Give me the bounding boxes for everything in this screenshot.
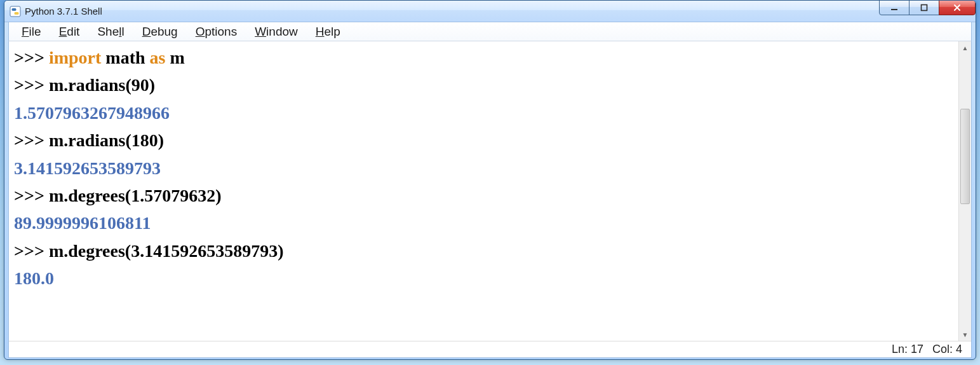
shell-output-value: 1.5707963267948966: [14, 103, 170, 123]
shell-output-value: 180.0: [14, 268, 54, 288]
shell-prompt: >>>: [14, 186, 49, 205]
shell-input-line: >>> m.radians(90): [14, 71, 953, 99]
shell-prompt: >>>: [14, 48, 49, 67]
shell-token: math: [101, 48, 149, 67]
app-window: Python 3.7.1 Shell File Edit Shell Debug…: [4, 0, 976, 360]
statusbar: Ln: 17 Col: 4: [9, 341, 971, 357]
client-area: >>> import math as m>>> m.radians(90)1.5…: [8, 41, 972, 358]
vertical-scrollbar[interactable]: ▲ ▼: [958, 41, 971, 341]
shell-token: m.degrees(3.141592653589793): [49, 241, 284, 261]
shell-editor[interactable]: >>> import math as m>>> m.radians(90)1.5…: [9, 41, 958, 341]
scroll-down-arrow-icon[interactable]: ▼: [959, 328, 971, 341]
menu-edit[interactable]: Edit: [50, 24, 89, 40]
shell-input-line: >>> import math as m: [14, 44, 953, 71]
menu-window[interactable]: Window: [246, 24, 307, 40]
editor-wrap: >>> import math as m>>> m.radians(90)1.5…: [9, 41, 971, 341]
shell-token: import: [49, 48, 101, 67]
menu-file[interactable]: File: [13, 24, 50, 40]
menu-options[interactable]: Options: [187, 24, 246, 40]
shell-token: m.radians(180): [49, 130, 164, 150]
shell-token: m: [165, 48, 184, 67]
svg-rect-1: [891, 9, 897, 10]
menu-shell[interactable]: Shell: [88, 24, 133, 40]
shell-input-line: >>> m.degrees(3.141592653589793): [14, 237, 953, 265]
shell-output-line: 89.9999996106811: [14, 209, 953, 237]
shell-token: as: [150, 48, 166, 67]
svg-rect-0: [10, 6, 20, 17]
shell-output-value: 89.9999996106811: [14, 213, 151, 233]
shell-token: m.radians(90): [49, 75, 155, 95]
menu-debug[interactable]: Debug: [133, 24, 187, 40]
shell-output-line: 180.0: [14, 265, 953, 292]
menu-help[interactable]: Help: [307, 24, 349, 40]
shell-prompt: >>>: [14, 241, 49, 261]
shell-output-value: 3.141592653589793: [14, 158, 161, 178]
window-title: Python 3.7.1 Shell: [25, 6, 880, 17]
window-controls: [880, 1, 976, 22]
shell-prompt: >>>: [14, 75, 49, 95]
minimize-button[interactable]: [879, 0, 910, 15]
shell-output-line: 1.5707963267948966: [14, 99, 953, 127]
maximize-button[interactable]: [909, 0, 939, 15]
shell-output-line: 3.141592653589793: [14, 155, 953, 182]
svg-rect-2: [922, 5, 927, 11]
shell-input-line: >>> m.degrees(1.57079632): [14, 182, 953, 209]
menubar: File Edit Shell Debug Options Window Hel…: [8, 22, 972, 41]
shell-token: m.degrees(1.57079632): [49, 186, 222, 205]
python-idle-icon: [10, 6, 21, 17]
shell-input-line: >>> m.radians(180): [14, 127, 953, 154]
scroll-track[interactable]: [959, 54, 971, 328]
scroll-thumb[interactable]: [960, 109, 970, 204]
status-col: Col: 4: [932, 343, 962, 356]
status-ln: Ln: 17: [892, 343, 923, 356]
close-button[interactable]: [939, 0, 976, 15]
titlebar[interactable]: Python 3.7.1 Shell: [4, 1, 976, 22]
shell-prompt: >>>: [14, 130, 49, 150]
scroll-up-arrow-icon[interactable]: ▲: [959, 41, 971, 54]
